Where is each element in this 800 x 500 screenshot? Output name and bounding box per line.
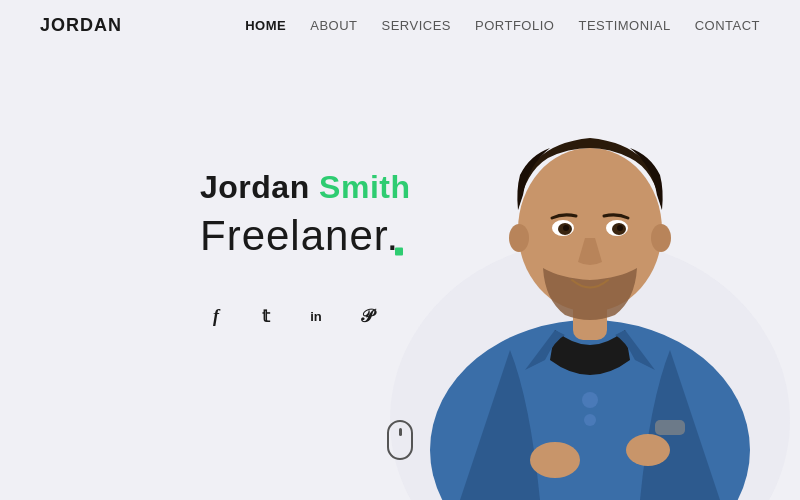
linkedin-icon[interactable]: in bbox=[300, 300, 332, 332]
nav-testimonial[interactable]: TESTIMONIAL bbox=[578, 18, 670, 33]
svg-point-13 bbox=[584, 414, 596, 426]
first-name: Jordan bbox=[200, 169, 319, 205]
social-icons: f 𝕥 in 𝒫 bbox=[200, 300, 410, 332]
svg-point-15 bbox=[530, 442, 580, 478]
svg-point-4 bbox=[509, 224, 529, 252]
hero-content: Jordan Smith Freelaner. f 𝕥 in 𝒫 bbox=[200, 169, 410, 332]
person-illustration bbox=[380, 0, 800, 500]
nav-home[interactable]: HOME bbox=[245, 18, 286, 33]
facebook-icon[interactable]: f bbox=[200, 300, 232, 332]
mouse-icon bbox=[387, 420, 413, 460]
scroll-indicator bbox=[387, 420, 413, 460]
nav-services[interactable]: SERVICES bbox=[382, 18, 452, 33]
last-name: Smith bbox=[319, 169, 410, 205]
svg-point-12 bbox=[582, 392, 598, 408]
svg-point-16 bbox=[626, 434, 670, 466]
hero-image bbox=[380, 0, 800, 500]
nav-portfolio[interactable]: PORTFOLIO bbox=[475, 18, 554, 33]
site-header: JORDAN HOME ABOUT SERVICES PORTFOLIO TES… bbox=[0, 0, 800, 50]
site-logo[interactable]: JORDAN bbox=[40, 15, 122, 36]
hero-section: Jordan Smith Freelaner. f 𝕥 in 𝒫 bbox=[0, 0, 800, 500]
hero-title: Freelaner. bbox=[200, 212, 399, 260]
svg-point-5 bbox=[651, 224, 671, 252]
pinterest-icon[interactable]: 𝒫 bbox=[350, 300, 382, 332]
svg-point-11 bbox=[617, 225, 623, 231]
main-nav: HOME ABOUT SERVICES PORTFOLIO TESTIMONIA… bbox=[245, 18, 760, 33]
nav-contact[interactable]: CONTACT bbox=[695, 18, 760, 33]
svg-point-10 bbox=[563, 225, 569, 231]
svg-rect-14 bbox=[655, 420, 685, 435]
hero-name: Jordan Smith bbox=[200, 169, 410, 206]
twitter-icon[interactable]: 𝕥 bbox=[250, 300, 282, 332]
nav-about[interactable]: ABOUT bbox=[310, 18, 357, 33]
